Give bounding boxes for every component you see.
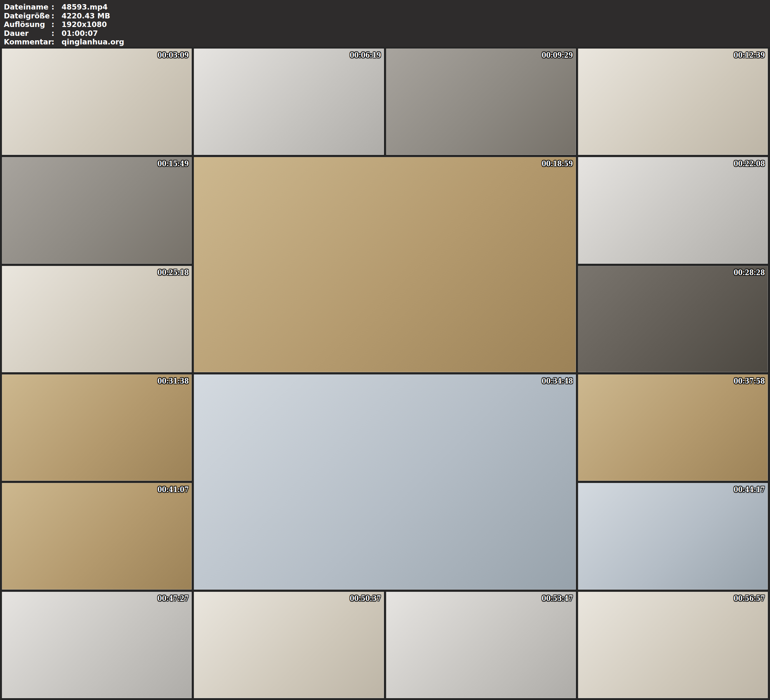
video-thumbnail: 00:41:07 [2, 483, 192, 589]
video-thumbnail: 00:53:47 [386, 592, 576, 698]
meta-value-comment: qinglanhua.org [61, 38, 125, 47]
timestamp-overlay: 00:06:19 [349, 50, 381, 60]
video-thumbnail-large: 00:34:48 [194, 374, 576, 590]
timestamp-overlay: 00:25:18 [158, 268, 189, 277]
meta-separator: : [52, 29, 61, 38]
meta-separator: : [52, 20, 61, 29]
meta-row-duration: Dauer : 01:00:07 [4, 29, 766, 38]
timestamp-overlay: 00:03:09 [158, 50, 189, 60]
meta-value-duration: 01:00:07 [61, 29, 98, 38]
meta-label: Kommentar [4, 38, 52, 47]
meta-value-filename: 48593.mp4 [61, 3, 108, 12]
timestamp-overlay: 00:41:07 [158, 485, 189, 494]
timestamp-overlay: 00:53:47 [542, 594, 573, 603]
timestamp-overlay: 00:37:58 [734, 376, 765, 386]
video-thumbnail: 00:37:58 [578, 374, 768, 481]
meta-row-filename: Dateiname : 48593.mp4 [4, 3, 766, 12]
timestamp-overlay: 00:09:29 [542, 50, 573, 60]
video-thumbnail-large: 00:18:59 [194, 157, 576, 372]
meta-label: Dateiname [4, 3, 52, 12]
meta-separator: : [52, 38, 61, 47]
video-thumbnail: 00:25:18 [2, 266, 192, 372]
video-thumbnail: 00:09:29 [386, 49, 576, 155]
timestamp-overlay: 00:56:57 [734, 594, 765, 603]
video-thumbnail: 00:44:17 [578, 483, 768, 589]
timestamp-overlay: 00:15:49 [158, 159, 189, 168]
timestamp-overlay: 00:50:37 [349, 594, 381, 603]
video-thumbnail: 00:22:08 [578, 157, 768, 263]
meta-separator: : [52, 12, 61, 21]
timestamp-overlay: 00:31:38 [158, 376, 189, 386]
metadata-header: Dateiname : 48593.mp4 Dateigröße : 4220.… [0, 0, 770, 47]
contact-sheet: Dateiname : 48593.mp4 Dateigröße : 4220.… [0, 0, 770, 700]
video-thumbnail: 00:12:39 [578, 49, 768, 155]
video-thumbnail: 00:03:09 [2, 49, 192, 155]
video-thumbnail: 00:06:19 [194, 49, 383, 155]
timestamp-overlay: 00:22:08 [734, 159, 765, 168]
meta-row-resolution: Auflösung : 1920x1080 [4, 20, 766, 29]
meta-separator: : [52, 3, 61, 12]
video-thumbnail: 00:15:49 [2, 157, 192, 263]
video-thumbnail: 00:31:38 [2, 374, 192, 481]
meta-value-filesize: 4220.43 MB [61, 12, 110, 21]
video-thumbnail: 00:50:37 [194, 592, 383, 698]
video-thumbnail: 00:47:27 [2, 592, 192, 698]
video-thumbnail: 00:28:28 [578, 266, 768, 372]
meta-label: Dauer [4, 29, 52, 38]
meta-row-comment: Kommentar : qinglanhua.org [4, 38, 766, 47]
timestamp-overlay: 00:34:48 [542, 376, 573, 386]
timestamp-overlay: 00:28:28 [734, 268, 765, 277]
meta-label: Auflösung [4, 20, 52, 29]
timestamp-overlay: 00:47:27 [158, 594, 189, 603]
meta-label: Dateigröße [4, 12, 52, 21]
timestamp-overlay: 00:12:39 [734, 50, 765, 60]
timestamp-overlay: 00:18:59 [542, 159, 573, 168]
meta-value-resolution: 1920x1080 [61, 20, 107, 29]
thumbnail-grid: 00:03:09 00:06:19 00:09:29 00:12:39 00:1… [2, 49, 768, 698]
timestamp-overlay: 00:44:17 [734, 485, 765, 494]
video-thumbnail: 00:56:57 [578, 592, 768, 698]
meta-row-filesize: Dateigröße : 4220.43 MB [4, 12, 766, 21]
